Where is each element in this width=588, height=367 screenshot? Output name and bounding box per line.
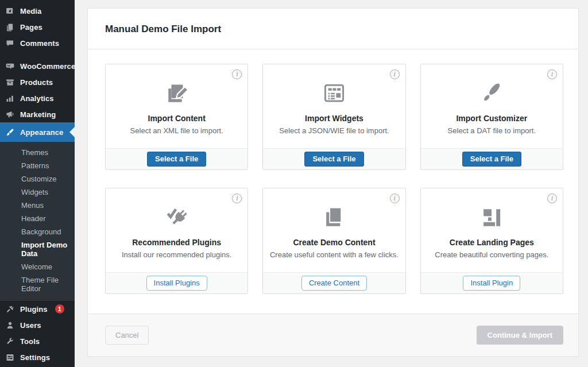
sidebar-item-label: Appearance [20, 128, 63, 137]
plugins-icon [5, 304, 15, 314]
import-content-edit-icon [162, 77, 192, 110]
sidebar-item-label: Users [20, 321, 41, 330]
card-description: Select an XML file to import. [130, 126, 223, 135]
card-title: Import Customizer [456, 114, 527, 123]
sidebar-item-comments[interactable]: Comments [0, 35, 75, 51]
card-import-content: i Import Content Select an XML file to i… [105, 64, 248, 170]
submenu-item-theme-file-editor[interactable]: Theme File Editor [0, 273, 75, 295]
submenu-item-background[interactable]: Background [0, 225, 75, 238]
woocommerce-icon [5, 61, 15, 71]
plugins-update-badge: 1 [55, 304, 64, 314]
sidebar-item-label: Analytics [20, 94, 54, 103]
card-title: Create Landing Pages [450, 238, 534, 247]
card-footer: Select a File [263, 148, 405, 169]
info-icon[interactable]: i [232, 194, 242, 203]
continue-import-button[interactable]: Continue & Import [477, 326, 563, 345]
sidebar-item-tools[interactable]: Tools [0, 333, 75, 349]
analytics-icon [5, 94, 15, 103]
sidebar-item-label: Tools [20, 337, 40, 346]
sidebar-item-appearance[interactable]: Appearance [0, 122, 75, 142]
card-title: Import Content [148, 114, 206, 123]
select-file-button[interactable]: Select a File [147, 152, 206, 167]
sidebar-item-label: Plugins [20, 305, 48, 314]
marketing-icon [5, 110, 15, 119]
sidebar-item-users[interactable]: Users [0, 317, 75, 333]
panel-footer: Cancel Continue & Import [88, 314, 578, 356]
info-icon[interactable]: i [390, 69, 400, 79]
card-footer: Select a File [421, 148, 563, 169]
submenu-item-patterns[interactable]: Patterns [0, 159, 75, 172]
card-footer: Install Plugins [106, 272, 247, 293]
plugin-check-icon [162, 201, 192, 234]
info-icon[interactable]: i [547, 194, 557, 203]
sidebar-item-products[interactable]: Products [0, 74, 75, 90]
submenu-item-welcome[interactable]: Welcome [0, 260, 75, 273]
card-content: i Import Customizer Select a DAT file to… [421, 64, 563, 148]
submenu-item-themes[interactable]: Themes [0, 146, 75, 159]
layout-blocks-icon [477, 201, 506, 234]
create-content-button[interactable]: Create Content [301, 276, 367, 291]
appearance-submenu: Themes Patterns Customize Widgets Menus … [0, 142, 75, 301]
pages-icon [5, 22, 15, 32]
stacked-pages-icon [319, 201, 349, 234]
install-plugin-button[interactable]: Install Plugin [463, 276, 520, 291]
submenu-item-import-demo-data[interactable]: Import Demo Data [0, 238, 75, 260]
card-title: Import Widgets [305, 114, 363, 123]
sidebar-item-marketing[interactable]: Marketing [0, 106, 75, 122]
info-icon[interactable]: i [547, 69, 557, 79]
card-content: i Import Widgets Select a JSON/WIE file … [263, 64, 405, 148]
submenu-item-widgets[interactable]: Widgets [0, 186, 75, 199]
card-create-demo-content: i Create Demo Content Create useful cont… [262, 188, 405, 294]
select-file-button[interactable]: Select a File [462, 152, 521, 167]
admin-sidebar: Media Pages Comments WooCommerce Product… [0, 0, 75, 367]
products-icon [5, 78, 15, 87]
sidebar-item-label: WooCommerce [20, 62, 75, 71]
card-description: Select a DAT file to import. [448, 126, 536, 135]
submenu-item-menus[interactable]: Menus [0, 199, 75, 212]
card-title: Create Demo Content [293, 238, 375, 247]
import-widgets-icon [319, 77, 349, 110]
import-panel: Manual Demo File Import i Import Content… [87, 8, 579, 357]
card-content: i Create Landing Pages Create beautiful … [421, 188, 563, 272]
card-import-customizer: i Import Customizer Select a DAT file to… [420, 64, 563, 170]
sidebar-item-label: Products [20, 78, 53, 87]
submenu-item-customize[interactable]: Customize [0, 172, 75, 186]
cancel-button[interactable]: Cancel [105, 326, 149, 345]
page-title: Manual Demo File Import [105, 24, 561, 35]
card-description: Install our recommended plugins. [122, 250, 232, 259]
sidebar-separator [0, 51, 75, 58]
sidebar-item-woocommerce[interactable]: WooCommerce [0, 58, 75, 74]
install-plugins-button[interactable]: Install Plugins [146, 276, 207, 291]
card-footer: Select a File [106, 148, 247, 169]
card-footer: Install Plugin [421, 272, 563, 293]
submenu-item-header[interactable]: Header [0, 212, 75, 225]
card-content: i Import Content Select an XML file to i… [106, 64, 247, 148]
sidebar-item-pages[interactable]: Pages [0, 19, 75, 35]
comments-icon [5, 38, 15, 48]
card-footer: Create Content [263, 272, 405, 293]
main-content: Manual Demo File Import i Import Content… [75, 0, 588, 367]
import-customizer-brush-icon [477, 77, 506, 110]
panel-header: Manual Demo File Import [88, 9, 578, 49]
card-recommended-plugins: i Recommended Plugins Install our recomm… [105, 188, 248, 294]
sidebar-item-media[interactable]: Media [0, 3, 75, 19]
panel-body: i Import Content Select an XML file to i… [88, 49, 578, 314]
info-icon[interactable]: i [232, 69, 242, 79]
card-description: Select a JSON/WIE file to import. [279, 126, 389, 135]
card-content: i Recommended Plugins Install our recomm… [106, 188, 247, 272]
sidebar-item-analytics[interactable]: Analytics [0, 90, 75, 106]
appearance-brush-icon [5, 128, 15, 137]
sidebar-item-label: Media [20, 7, 41, 16]
users-icon [5, 320, 15, 330]
sidebar-item-plugins[interactable]: Plugins 1 [0, 301, 75, 317]
info-icon[interactable]: i [390, 194, 400, 203]
settings-icon [5, 353, 15, 362]
select-file-button[interactable]: Select a File [304, 152, 363, 167]
card-create-landing-pages: i Create Landing Pages Create beautiful … [420, 188, 563, 294]
sidebar-item-label: Marketing [20, 110, 56, 119]
sidebar-item-label: Pages [20, 23, 42, 32]
card-import-widgets: i Import Widgets Select a JSON/WIE file … [262, 64, 405, 170]
cards-grid: i Import Content Select an XML file to i… [105, 64, 563, 294]
sidebar-item-settings[interactable]: Settings [0, 349, 75, 365]
card-description: Create useful content with a few clicks. [270, 250, 399, 259]
